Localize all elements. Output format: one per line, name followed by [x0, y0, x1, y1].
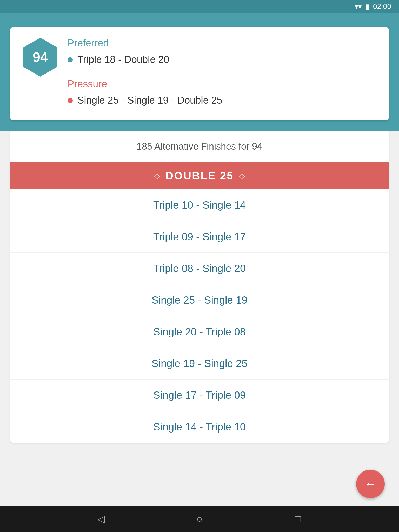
diamond-right-icon: ◇: [239, 171, 245, 181]
finish-row-6[interactable]: Single 19 - Single 25: [10, 348, 389, 380]
teal-background: 94 Preferred Triple 18 - Double 20 Press…: [0, 13, 399, 131]
divider: [68, 72, 376, 72]
finish-row-7[interactable]: Single 17 - Triple 09: [10, 380, 389, 411]
double-banner[interactable]: ◇ DOUBLE 25 ◇: [10, 162, 389, 189]
score-badge: 94: [23, 38, 57, 77]
finish-row-1[interactable]: Triple 10 - Single 14: [10, 189, 389, 221]
bottom-navigation: ◁ ○ □: [0, 506, 399, 532]
recent-nav-icon[interactable]: □: [290, 511, 306, 527]
pressure-label: Pressure: [68, 78, 376, 90]
preferred-label: Preferred: [68, 38, 376, 49]
main-content: 185 Alternative Finishes for 94 ◇ DOUBLE…: [0, 131, 399, 506]
finish-row-8[interactable]: Single 14 - Triple 10: [10, 411, 389, 443]
finish-list: Triple 10 - Single 14 Triple 09 - Single…: [10, 189, 389, 443]
double-banner-text: DOUBLE 25: [165, 170, 234, 182]
preferred-finish-item: Triple 18 - Double 20: [68, 54, 376, 65]
status-time: 02:00: [373, 2, 391, 11]
finish-row-5[interactable]: Single 20 - Triple 08: [10, 316, 389, 348]
teal-dot: [68, 57, 73, 62]
finish-row-3[interactable]: Triple 08 - Single 20: [10, 253, 389, 284]
red-dot: [68, 98, 73, 103]
pressure-finish-item: Single 25 - Single 19 - Double 25: [68, 95, 376, 106]
score-value: 94: [33, 49, 48, 65]
fab-container: ←: [356, 470, 385, 498]
wifi-icon: ▾▾: [355, 3, 362, 11]
preferred-card: 94 Preferred Triple 18 - Double 20 Press…: [10, 27, 389, 120]
back-nav-icon[interactable]: ◁: [93, 511, 109, 527]
battery-icon: ▮: [365, 3, 369, 11]
status-bar-icons: ▾▾ ▮ 02:00: [355, 2, 391, 11]
preferred-finish-text: Triple 18 - Double 20: [77, 54, 169, 65]
alternatives-header: 185 Alternative Finishes for 94: [10, 131, 389, 162]
pressure-finish-text: Single 25 - Single 19 - Double 25: [77, 95, 222, 106]
back-fab-button[interactable]: ←: [356, 470, 385, 498]
back-arrow-icon: ←: [364, 477, 377, 491]
status-bar: ▾▾ ▮ 02:00: [0, 0, 399, 13]
card-content: Preferred Triple 18 - Double 20 Pressure…: [68, 38, 376, 110]
diamond-left-icon: ◇: [154, 171, 160, 181]
alternatives-card: 185 Alternative Finishes for 94 ◇ DOUBLE…: [10, 131, 389, 443]
finish-row-2[interactable]: Triple 09 - Single 17: [10, 221, 389, 253]
home-nav-icon[interactable]: ○: [192, 511, 207, 527]
finish-row-4[interactable]: Single 25 - Single 19: [10, 284, 389, 316]
